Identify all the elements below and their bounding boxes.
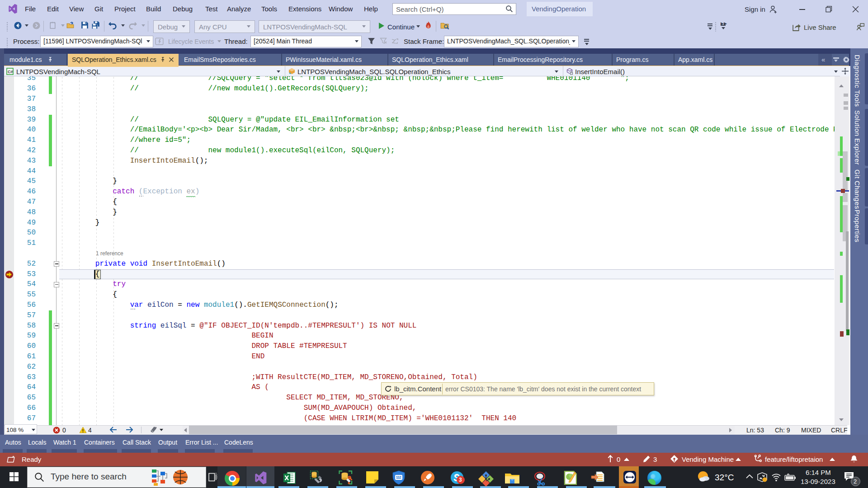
- svg-text:C#: C#: [8, 70, 13, 74]
